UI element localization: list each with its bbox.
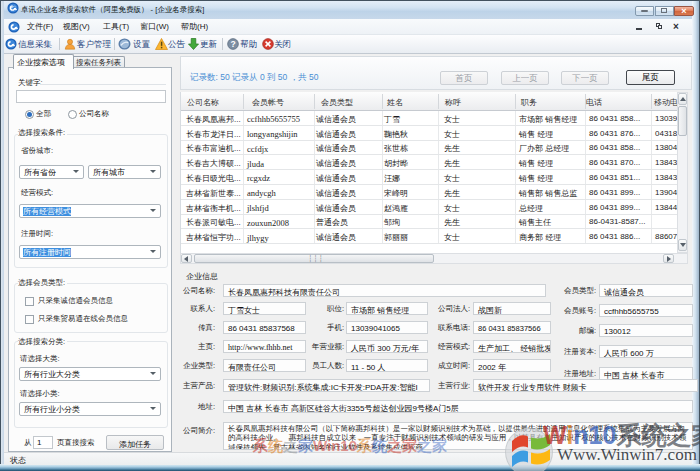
svg-text:?: ?	[230, 39, 235, 49]
